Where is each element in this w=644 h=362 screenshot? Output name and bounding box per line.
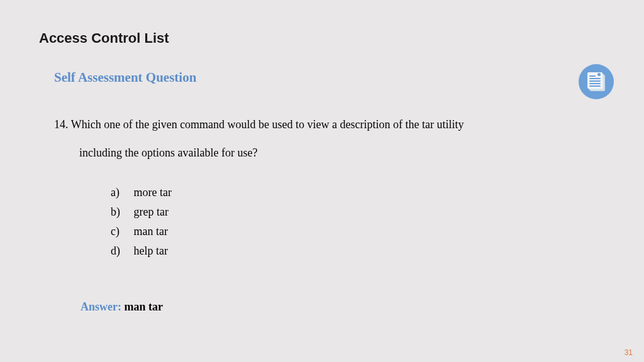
question-block: 14. Which one of the given command would… [54,116,570,162]
option-a: a) more tar [111,186,172,199]
option-letter: b) [111,206,131,219]
question-text-line1: Which one of the given command would be … [71,118,464,131]
page-number: 31 [625,348,633,357]
option-c: c) man tar [111,225,172,238]
option-b: b) grep tar [111,206,172,219]
option-text: help tar [134,244,168,257]
answer-value: man tar [125,300,164,313]
option-letter: a) [111,186,131,199]
option-text: grep tar [134,206,169,218]
answer-block: Answer: man tar [80,300,163,314]
option-d: d) help tar [111,244,172,258]
option-letter: d) [111,244,131,258]
page-title: Access Control List [39,30,169,47]
option-text: man tar [134,225,168,238]
option-letter: c) [111,225,131,238]
question-text-line2: including the options available for use? [79,145,570,162]
question-number: 14. [54,118,69,131]
answer-label: Answer: [80,300,121,313]
option-text: more tar [134,186,172,199]
options-list: a) more tar b) grep tar c) man tar d) he… [111,186,172,264]
section-title: Self Assessment Question [54,70,196,85]
document-icon [579,64,614,99]
